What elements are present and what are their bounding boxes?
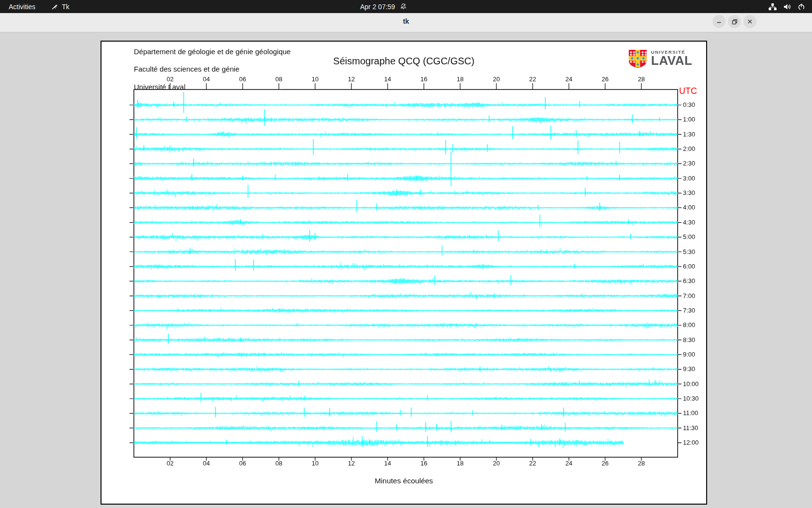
x-tick-top: 12: [342, 75, 361, 83]
org-line-3: Université Laval: [134, 83, 186, 91]
org-line-1: Département de géologie et de génie géol…: [134, 47, 290, 56]
x-tick-bottom: 28: [632, 460, 651, 467]
time-row-label: 1:30: [683, 131, 695, 138]
utc-axis-label: UTC: [679, 86, 697, 96]
time-row-label: 11:30: [683, 424, 698, 432]
time-row-label: 7:00: [683, 292, 695, 299]
x-tick-top: 28: [632, 75, 651, 83]
time-row-label: 6:30: [683, 277, 695, 284]
minimize-icon: [716, 19, 722, 24]
plot-title: Séismographe QCQ (CGC/GSC): [102, 56, 706, 67]
x-tick-top: 06: [233, 75, 252, 83]
tk-app-indicator[interactable]: Tk: [51, 0, 70, 13]
time-row-label: 10:30: [683, 395, 699, 402]
tk-feather-icon: [51, 3, 58, 11]
x-tick-bottom: 08: [269, 460, 289, 467]
clock-menu[interactable]: Apr 2 07:59: [360, 0, 407, 13]
time-row-label: 8:30: [683, 336, 695, 344]
close-icon: [747, 19, 753, 24]
tk-app-label: Tk: [62, 3, 70, 11]
time-row-label: 11:00: [683, 409, 698, 417]
time-row-label: 4:00: [683, 204, 695, 211]
x-tick-top: 22: [523, 75, 542, 83]
organization-text: Département de géologie et de génie géol…: [134, 47, 290, 91]
x-tick-top: 10: [305, 75, 325, 83]
seismogram-plot: [102, 42, 706, 504]
x-tick-bottom: 12: [342, 460, 361, 467]
x-tick-top: 08: [269, 75, 289, 83]
x-tick-bottom: 18: [450, 460, 470, 467]
clock-label: Apr 2 07:59: [360, 3, 395, 11]
time-row-label: 5:30: [683, 248, 695, 255]
x-tick-bottom: 04: [197, 460, 216, 467]
x-tick-bottom: 14: [378, 460, 397, 467]
laval-logo-text: UNIVERSITÉ LAVAL: [651, 49, 692, 66]
power-icon: [798, 3, 805, 11]
notifications-muted-icon: [400, 3, 407, 10]
x-tick-bottom: 20: [487, 460, 506, 467]
laval-logo: UNIVERSITÉ LAVAL: [628, 49, 692, 70]
x-tick-top: 04: [197, 75, 216, 83]
time-row-label: 4:30: [683, 219, 695, 226]
close-button[interactable]: [743, 15, 756, 28]
restore-icon: [732, 19, 738, 25]
x-tick-top: 26: [595, 75, 615, 83]
window-title: tk: [0, 17, 812, 25]
maximize-button[interactable]: [728, 15, 741, 28]
time-row-label: 8:00: [683, 321, 695, 329]
x-tick-top: 16: [414, 75, 434, 83]
time-row-label: 9:30: [683, 365, 695, 373]
x-tick-top: 18: [450, 75, 470, 83]
time-row-label: 12:00: [683, 439, 699, 446]
x-tick-bottom: 10: [305, 460, 325, 467]
time-row-label: 3:30: [683, 189, 695, 196]
time-row-label: 6:00: [683, 263, 695, 270]
time-row-label: 9:00: [683, 351, 695, 358]
x-tick-bottom: 24: [559, 460, 579, 467]
minimize-button[interactable]: [712, 15, 725, 28]
time-row-label: 7:30: [683, 307, 695, 314]
time-row-label: 2:30: [683, 160, 695, 167]
window-titlebar[interactable]: tk: [0, 13, 812, 32]
laval-name-label: LAVAL: [651, 55, 692, 66]
gnome-top-bar: Activities Tk Apr 2 07:59: [0, 0, 812, 13]
volume-icon: [783, 3, 791, 11]
time-row-label: 10:00: [683, 380, 699, 388]
time-row-label: 3:00: [683, 175, 695, 182]
x-tick-top: 14: [378, 75, 397, 83]
x-tick-bottom: 16: [414, 460, 434, 467]
x-tick-bottom: 26: [595, 460, 615, 467]
x-tick-top: 20: [487, 75, 506, 83]
time-row-label: 1:00: [683, 116, 695, 123]
desktop: { "top_bar": { "activities_label": "Acti…: [0, 0, 812, 508]
x-tick-top: 24: [559, 75, 579, 83]
time-row-label: 0:30: [683, 101, 695, 108]
activities-label: Activities: [9, 3, 35, 11]
time-row-label: 5:00: [683, 233, 695, 240]
x-tick-top: 02: [160, 75, 180, 83]
x-tick-bottom: 22: [523, 460, 542, 467]
system-status-area[interactable]: [768, 0, 805, 13]
time-row-label: 2:00: [683, 145, 695, 152]
activities-button[interactable]: Activities: [9, 0, 35, 13]
wired-network-icon: [768, 3, 777, 11]
x-tick-bottom: 06: [233, 460, 252, 467]
laval-shield-icon: [628, 49, 647, 70]
seismograph-panel: Département de géologie et de génie géol…: [101, 41, 707, 505]
x-tick-bottom: 02: [160, 460, 180, 467]
x-axis-title: Minutes écoulées: [102, 477, 706, 485]
